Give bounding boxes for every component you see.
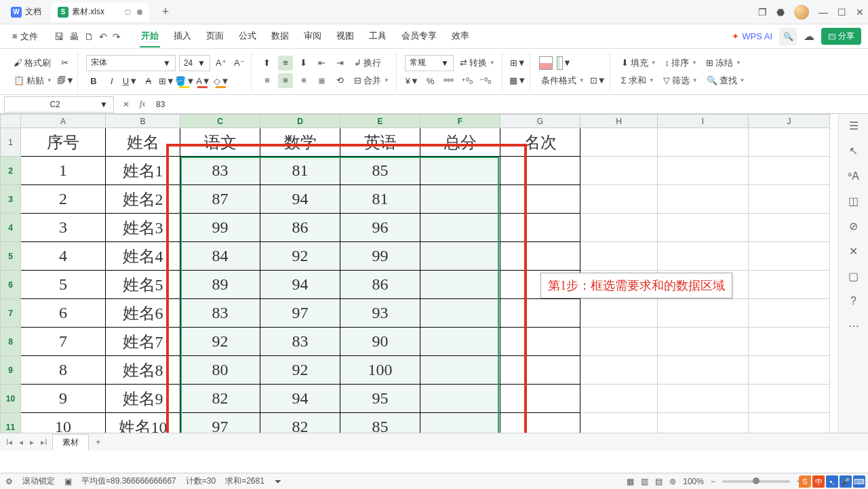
row-header-3[interactable]: 3 xyxy=(1,185,21,214)
row-header-1[interactable]: 1 xyxy=(1,128,21,157)
cell[interactable] xyxy=(658,242,749,271)
align-right-button[interactable]: ≡ xyxy=(296,73,311,88)
col-header-D[interactable]: D xyxy=(260,115,340,128)
cell[interactable]: 1 xyxy=(21,157,106,185)
col-header-E[interactable]: E xyxy=(340,115,420,128)
font-color-button[interactable]: A▼ xyxy=(196,74,211,89)
col-header-H[interactable]: H xyxy=(580,115,658,128)
styles-button-1[interactable] xyxy=(538,56,553,71)
cell[interactable]: 89 xyxy=(180,271,260,299)
cell[interactable]: 85 xyxy=(340,157,420,185)
help-icon[interactable]: ? xyxy=(850,295,856,307)
cell[interactable]: 3 xyxy=(21,214,106,242)
cell[interactable]: 100 xyxy=(340,356,420,385)
cell[interactable] xyxy=(420,299,500,328)
conditional-format-button[interactable]: 条件格式▼ xyxy=(538,73,587,88)
minimize-button[interactable]: — xyxy=(818,7,828,18)
align-top-button[interactable]: ⬆ xyxy=(260,56,275,71)
cell[interactable] xyxy=(420,356,500,385)
header-cell[interactable]: 数学 xyxy=(260,128,340,157)
cell[interactable] xyxy=(749,128,830,157)
row-header-4[interactable]: 4 xyxy=(1,214,21,242)
sum-button[interactable]: Σ求和▼ xyxy=(618,73,657,88)
freeze-button[interactable]: ⊞冻结▼ xyxy=(703,56,744,71)
paste-button[interactable]: 📋粘贴▼ xyxy=(11,73,55,88)
row-header-9[interactable]: 9 xyxy=(1,356,21,385)
cell[interactable] xyxy=(580,128,658,157)
cell[interactable]: 81 xyxy=(340,185,420,214)
cell[interactable]: 姓名5 xyxy=(106,271,180,299)
bold-button[interactable]: B xyxy=(86,74,101,89)
search-button[interactable]: 🔍 xyxy=(779,28,797,45)
align-center-button[interactable]: ≡ xyxy=(278,73,293,88)
view-page-icon[interactable]: ▤ xyxy=(655,477,663,486)
select-all-corner[interactable] xyxy=(1,115,21,128)
header-cell[interactable]: 序号 xyxy=(21,128,106,157)
cell[interactable]: 86 xyxy=(340,271,420,299)
save-icon[interactable]: 🖫 xyxy=(54,31,64,42)
cell[interactable] xyxy=(749,299,830,328)
tab-xlsx[interactable]: S 素材.xlsx ◻ xyxy=(51,3,149,22)
row-header-2[interactable]: 2 xyxy=(1,157,21,185)
font-name-select[interactable]: 宋体▼ xyxy=(86,55,176,71)
decrease-font-button[interactable]: A⁻ xyxy=(232,56,247,71)
align-middle-button[interactable]: ≡ xyxy=(278,56,293,71)
cell[interactable] xyxy=(420,328,500,356)
cell[interactable]: 87 xyxy=(180,185,260,214)
header-cell[interactable]: 总分 xyxy=(420,128,500,157)
cell[interactable] xyxy=(580,157,658,185)
cell[interactable]: 99 xyxy=(180,214,260,242)
col-header-I[interactable]: I xyxy=(658,115,749,128)
cell[interactable] xyxy=(580,299,658,328)
cell[interactable] xyxy=(500,242,580,271)
convert-button[interactable]: ⇄转换▼ xyxy=(457,56,498,71)
wps-ai-button[interactable]: ✦ WPS AI xyxy=(732,31,772,41)
cell[interactable] xyxy=(420,385,500,413)
justify-button[interactable]: ≣ xyxy=(315,73,330,88)
book-icon[interactable]: ▢ xyxy=(848,270,859,283)
row-header-6[interactable]: 6 xyxy=(1,271,21,299)
cell[interactable]: 92 xyxy=(180,328,260,356)
cell[interactable]: 姓名10 xyxy=(106,413,180,433)
cell[interactable] xyxy=(420,413,500,433)
row-header-11[interactable]: 11 xyxy=(1,413,21,433)
header-cell[interactable]: 姓名 xyxy=(106,128,180,157)
add-sheet-button[interactable]: + xyxy=(92,435,105,449)
border-button[interactable]: ⊞▼ xyxy=(159,74,174,89)
preview-icon[interactable]: 🗋 xyxy=(84,31,94,42)
cell[interactable] xyxy=(580,214,658,242)
cell[interactable] xyxy=(749,242,830,271)
row-header-5[interactable]: 5 xyxy=(1,242,21,271)
font-size-select[interactable]: 24▼ xyxy=(179,55,210,71)
merge-button[interactable]: ⊟合并▼ xyxy=(351,73,392,88)
cut-button[interactable]: ✂ xyxy=(57,56,72,71)
cell[interactable] xyxy=(658,413,749,433)
cell[interactable]: 83 xyxy=(180,299,260,328)
col-header-A[interactable]: A xyxy=(21,115,106,128)
maximize-button[interactable]: ☐ xyxy=(837,7,846,18)
cell[interactable]: 84 xyxy=(180,242,260,271)
cell[interactable]: 姓名3 xyxy=(106,214,180,242)
cell[interactable] xyxy=(500,185,580,214)
cell[interactable]: 94 xyxy=(260,385,340,413)
cell[interactable]: 姓名6 xyxy=(106,299,180,328)
sheet-first-button[interactable]: I◂ xyxy=(4,437,14,447)
new-tab-button[interactable]: + xyxy=(157,4,174,20)
tab-start[interactable]: 开始 xyxy=(140,26,160,47)
cell[interactable] xyxy=(500,356,580,385)
format-painter-button[interactable]: 🖌格式刷 xyxy=(11,56,54,71)
cell[interactable]: 96 xyxy=(340,214,420,242)
align-bottom-button[interactable]: ⬇ xyxy=(296,56,311,71)
view-normal-icon[interactable]: ▦ xyxy=(627,477,634,486)
share-button[interactable]: ⮹ 分享 xyxy=(821,28,861,45)
cell[interactable] xyxy=(658,299,749,328)
cell[interactable] xyxy=(749,413,830,433)
cell[interactable] xyxy=(749,271,830,299)
cell[interactable]: 82 xyxy=(260,413,340,433)
tab-review[interactable]: 审阅 xyxy=(302,26,323,47)
view-layout-icon[interactable]: ▥ xyxy=(641,477,648,486)
format-as-table-button[interactable]: ▦▼ xyxy=(511,73,526,88)
cell[interactable] xyxy=(658,385,749,413)
more-icon[interactable]: ⋯ xyxy=(848,319,859,332)
cell[interactable]: 85 xyxy=(340,413,420,433)
